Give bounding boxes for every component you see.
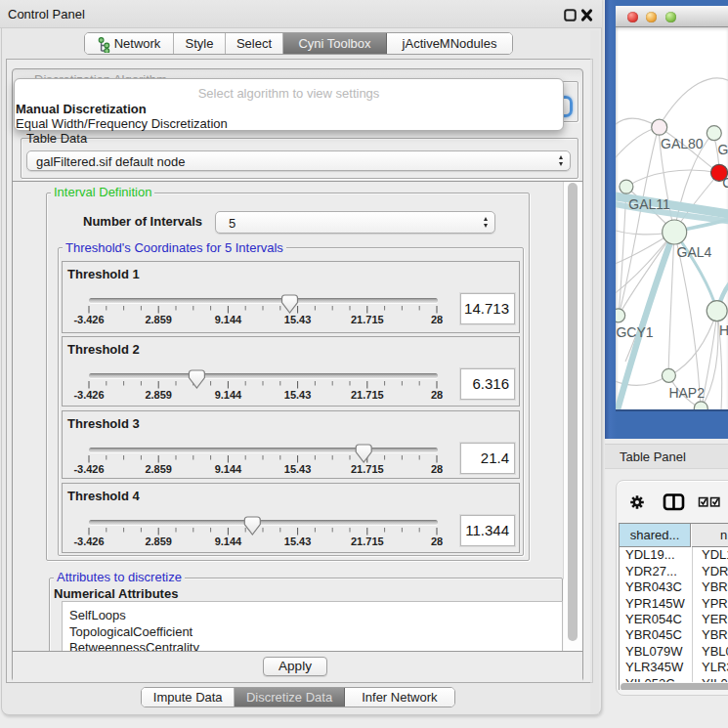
svg-text:H: H bbox=[719, 322, 728, 338]
svg-text:GAL11: GAL11 bbox=[628, 196, 670, 212]
svg-text:HAP2: HAP2 bbox=[668, 385, 705, 401]
svg-text:C: C bbox=[722, 175, 728, 191]
svg-text:GCY1: GCY1 bbox=[616, 324, 653, 340]
svg-text:GA: GA bbox=[717, 142, 728, 157]
svg-text:GAL80: GAL80 bbox=[661, 136, 704, 151]
svg-text:GAL4: GAL4 bbox=[677, 244, 712, 260]
